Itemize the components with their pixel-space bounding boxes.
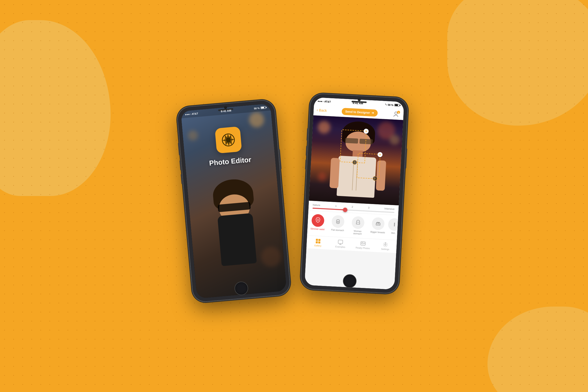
chevron-left-icon: ‹	[317, 108, 318, 112]
svg-rect-5	[336, 219, 340, 224]
bluetooth-icon: ␒	[385, 103, 387, 106]
svg-rect-15	[338, 240, 343, 243]
battery-icon-r	[394, 104, 400, 107]
svg-point-8	[394, 223, 395, 224]
tool-slimmer-waist[interactable]: Slimmer waist	[307, 213, 328, 234]
right-phone: ●●●○ AT&T 9:41 AM ␒ 58 % ‹	[300, 93, 408, 294]
nav-ready-photos-label: Ready Photos	[356, 246, 370, 250]
slider-tick-1: 1	[335, 205, 337, 207]
bokeh-light	[249, 112, 265, 128]
woman-stomach-icon	[352, 216, 365, 229]
tool-label-flat-stomach: Flat stomach	[331, 228, 344, 232]
arm-left	[329, 158, 340, 188]
tool-label-woman-stomach: Woman stomach	[350, 229, 365, 235]
stomach-svg	[334, 218, 341, 225]
nav-examples[interactable]: Examples	[329, 239, 352, 249]
slider-thumb[interactable]	[343, 208, 348, 212]
bg-blob-right-top	[447, 0, 588, 126]
photo-editing-area: ✕ 1 ✕ 2	[309, 115, 403, 205]
tool-label-slimmer-waist: Slimmer waist	[310, 227, 324, 231]
nav-examples-label: Examples	[335, 245, 345, 248]
camera-shutter-icon	[220, 132, 236, 148]
photo-background: ✕ 1 ✕ 2	[309, 115, 403, 205]
carrier-r: ●●●○ AT&T	[318, 100, 331, 103]
send-to-designer-button[interactable]: Send to Designer ➜	[341, 108, 378, 116]
battery-area-r: ␒ 58 %	[385, 103, 401, 107]
nav-ready-photos[interactable]: Ready Photos	[352, 240, 374, 250]
settings-icon	[382, 242, 388, 248]
waist-svg	[314, 217, 321, 224]
examples-icon	[337, 239, 343, 245]
flat-stomach-icon	[331, 215, 345, 228]
slimmer-waist-icon	[311, 214, 325, 227]
more-svg	[391, 221, 398, 228]
tool-label-bigger-breasts: Bigger breasts	[370, 231, 385, 234]
svg-point-18	[385, 244, 386, 245]
svg-point-10	[394, 225, 395, 226]
carrier-signal: ●●●○ AT&T	[185, 112, 198, 116]
app-icon[interactable]	[215, 126, 242, 154]
bg-blob-right-bottom	[487, 307, 588, 392]
x-icon-1: ✕	[365, 130, 367, 132]
designer-profile-button[interactable]: 2	[392, 110, 401, 118]
tool-label-more: Bet...	[391, 232, 397, 234]
phones-container: ●●●○ AT&T 9:41 AM 58 %	[185, 93, 403, 299]
svg-rect-14	[318, 241, 320, 243]
back-button[interactable]: ‹ Back	[317, 108, 327, 113]
tool-flat-stomach[interactable]: Flat stomach	[327, 214, 348, 235]
nav-gallery-label: Gallery	[314, 244, 321, 247]
battery-icon	[261, 106, 267, 109]
back-label: Back	[319, 108, 327, 113]
gallery-icon	[315, 238, 321, 244]
x-icon-2: ✕	[379, 153, 381, 156]
editor-screen: ●●●○ AT&T 9:41 AM ␒ 58 % ‹	[305, 97, 404, 290]
bigger-breasts-icon	[372, 217, 385, 230]
battery-area: 58 %	[254, 106, 267, 110]
tools-row: Slimmer waist Flat stomach	[307, 211, 398, 240]
person-body	[217, 213, 257, 266]
left-phone: ●●●○ AT&T 9:41 AM 58 %	[176, 99, 291, 303]
volume-down-button	[181, 174, 183, 184]
bokeh4	[317, 172, 327, 181]
svg-point-2	[395, 112, 398, 114]
svg-point-17	[361, 242, 363, 244]
svg-rect-12	[318, 239, 320, 241]
more-tool-icon	[388, 218, 398, 231]
slider-label-left: Nature	[313, 203, 320, 207]
person-icon: 2	[393, 110, 400, 118]
tool-more[interactable]: Bet...	[387, 217, 398, 238]
volume-up-button-r	[306, 146, 308, 156]
slider-label-right: Intensive	[384, 207, 395, 210]
selection-box-2[interactable]: ✕ 2	[357, 153, 380, 179]
tool-woman-stomach[interactable]: Woman stomach	[347, 215, 368, 236]
nav-settings-label: Settings	[381, 248, 389, 251]
editor-content: ●●●○ AT&T 9:41 AM ␒ 58 % ‹	[305, 97, 404, 290]
woman-svg	[354, 219, 362, 226]
status-time: 9:41 AM	[221, 109, 231, 113]
bokeh-light	[187, 130, 198, 141]
tool-bigger-breasts[interactable]: Bigger breasts	[367, 216, 388, 237]
svg-point-9	[394, 224, 395, 225]
breasts-svg	[374, 220, 382, 227]
svg-rect-11	[316, 239, 318, 241]
slider-fill	[313, 208, 347, 210]
arrow-right-icon: ➜	[371, 111, 374, 115]
volume-down-button-r	[305, 160, 307, 170]
bg-blob-left	[0, 20, 111, 196]
splash-screen: ●●●○ AT&T 9:41 AM 58 %	[181, 104, 287, 299]
ready-photos-icon	[360, 240, 366, 246]
bokeh3	[389, 134, 400, 145]
send-label: Send to Designer	[345, 110, 370, 114]
svg-rect-13	[316, 241, 318, 243]
person-silhouette	[207, 177, 265, 277]
bokeh1	[317, 121, 331, 134]
slider-tick-3: 3	[368, 206, 369, 209]
volume-up-button	[179, 160, 182, 170]
nav-settings[interactable]: Settings	[374, 241, 397, 251]
slider-tick-2: 2	[352, 206, 353, 208]
nav-gallery[interactable]: Gallery	[307, 238, 329, 248]
